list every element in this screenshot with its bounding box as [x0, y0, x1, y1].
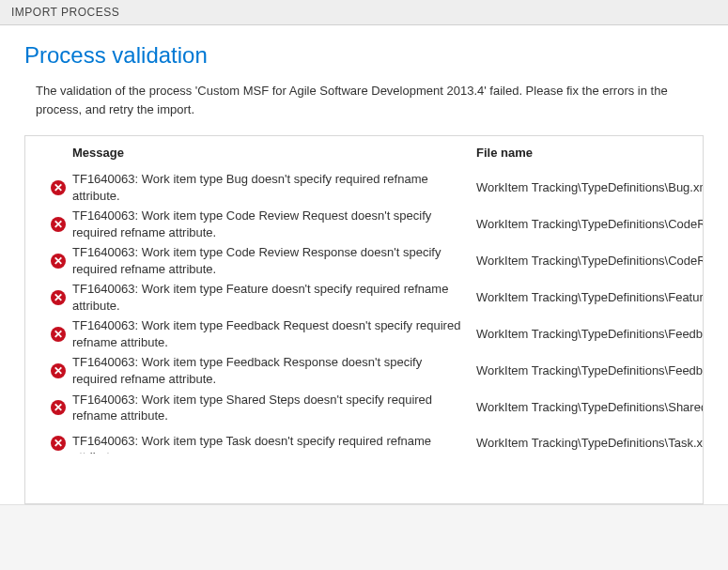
table-row[interactable]: ✕TF1640063: Work item type Feedback Resp… [25, 352, 703, 389]
error-icon: ✕ [51, 254, 66, 269]
main-content: Process validation The validation of the… [0, 25, 728, 504]
error-icon-cell: ✕ [44, 400, 72, 415]
grid-header-row: Message File name [25, 136, 703, 169]
error-icon: ✕ [51, 180, 66, 195]
table-row[interactable]: ✕TF1640063: Work item type Task doesn't … [25, 426, 703, 460]
table-row[interactable]: ✕TF1640063: Work item type Feature doesn… [25, 279, 703, 316]
table-row[interactable]: ✕TF1640063: Work item type Bug doesn't s… [25, 169, 703, 206]
error-icon: ✕ [51, 327, 66, 342]
column-header-message[interactable]: Message [72, 146, 476, 160]
row-message: TF1640063: Work item type Feedback Respo… [72, 354, 476, 387]
window-title-bar: IMPORT PROCESS [0, 0, 728, 25]
error-icon-cell: ✕ [44, 363, 72, 378]
table-row[interactable]: ✕TF1640063: Work item type Shared Steps … [25, 390, 703, 426]
row-message: TF1640063: Work item type Feature doesn'… [72, 281, 476, 314]
dialog-footer [0, 504, 728, 570]
row-file-name: WorkItem Tracking\TypeDefinitions\Feedba… [476, 362, 703, 379]
error-icon-cell: ✕ [44, 254, 72, 269]
row-file-name: WorkItem Tracking\TypeDefinitions\Bug.xm… [476, 179, 703, 196]
error-icon-cell: ✕ [44, 290, 72, 305]
row-file-name: WorkItem Tracking\TypeDefinitions\CodeRe… [476, 253, 703, 270]
row-message: TF1640063: Work item type Code Review Re… [72, 244, 476, 277]
row-message: TF1640063: Work item type Feedback Reque… [72, 317, 476, 350]
row-file-name: WorkItem Tracking\TypeDefinitions\Featur… [476, 289, 703, 306]
error-icon: ✕ [51, 363, 66, 378]
row-message: TF1640063: Work item type Task doesn't s… [72, 433, 476, 454]
row-message: TF1640063: Work item type Bug doesn't sp… [72, 171, 476, 204]
column-header-file[interactable]: File name [476, 146, 703, 160]
row-file-name: WorkItem Tracking\TypeDefinitions\Shared… [476, 399, 703, 416]
page-heading: Process validation [24, 42, 704, 69]
row-message: TF1640063: Work item type Shared Steps d… [72, 392, 476, 424]
error-icon-cell: ✕ [44, 217, 72, 232]
window-title: IMPORT PROCESS [11, 6, 119, 19]
table-row[interactable]: ✕TF1640063: Work item type Code Review R… [25, 206, 703, 242]
table-row[interactable]: ✕TF1640063: Work item type Feedback Requ… [25, 316, 703, 352]
error-icon-cell: ✕ [44, 436, 72, 451]
error-icon: ✕ [51, 217, 66, 232]
row-message: TF1640063: Work item type Code Review Re… [72, 208, 476, 240]
row-file-name: WorkItem Tracking\TypeDefinitions\Feedba… [476, 326, 703, 343]
table-row[interactable]: ✕TF1640063: Work item type Code Review R… [25, 242, 703, 279]
error-icon: ✕ [51, 290, 66, 305]
validation-intro-text: The validation of the process 'Custom MS… [24, 82, 704, 118]
error-grid: Message File name ✕TF1640063: Work item … [24, 135, 704, 504]
error-icon-cell: ✕ [44, 327, 72, 342]
grid-body: ✕TF1640063: Work item type Bug doesn't s… [25, 169, 703, 503]
error-icon: ✕ [51, 400, 66, 415]
error-icon: ✕ [51, 436, 66, 451]
row-file-name: WorkItem Tracking\TypeDefinitions\Task.x… [476, 435, 703, 452]
error-icon-cell: ✕ [44, 180, 72, 195]
row-file-name: WorkItem Tracking\TypeDefinitions\CodeRe… [476, 216, 703, 233]
